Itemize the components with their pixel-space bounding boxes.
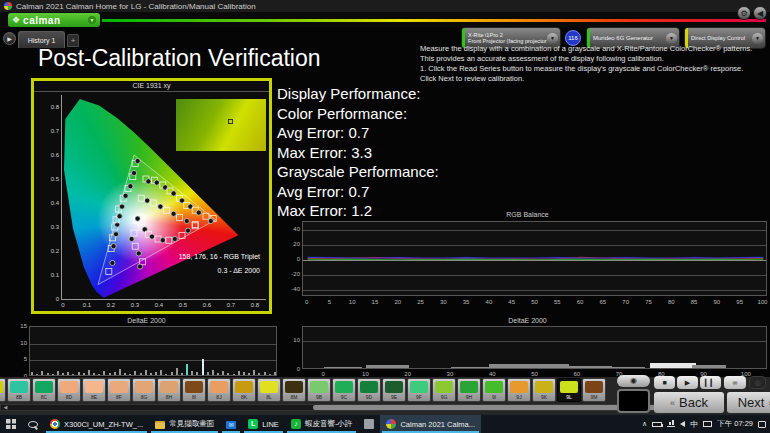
patch-swatch-8H[interactable]: 8H bbox=[157, 378, 181, 402]
deltae-bar bbox=[67, 372, 69, 375]
deltae-bar bbox=[155, 372, 157, 375]
patch-color-chip bbox=[60, 381, 78, 393]
patch-color-chip bbox=[35, 381, 53, 393]
music-icon: ♪ bbox=[291, 419, 301, 429]
patch-color-chip bbox=[85, 381, 103, 393]
calman-logo-menu[interactable]: ❖ calman ▼ bbox=[8, 13, 100, 27]
read-series-play-button[interactable]: ▶ bbox=[677, 376, 698, 389]
taskbar-item-line[interactable]: LLINE bbox=[242, 415, 285, 433]
taskbar-item-search[interactable] bbox=[22, 415, 44, 433]
touch-keyboard-icon[interactable] bbox=[703, 421, 712, 427]
patch-color-chip bbox=[185, 381, 203, 393]
deltae-bar bbox=[124, 373, 126, 375]
patch-swatch-9E[interactable]: 9E bbox=[382, 378, 406, 402]
measured-point bbox=[111, 244, 116, 249]
taskbar-item-calman[interactable]: Calman 2021 Calma... bbox=[380, 415, 481, 433]
history-prev-button[interactable]: ▶ bbox=[3, 32, 16, 45]
patch-swatch-8C[interactable]: 8C bbox=[32, 378, 56, 402]
logo-dropdown-chevron-icon[interactable]: ▼ bbox=[88, 16, 96, 24]
scroll-left-arrow[interactable]: ◀ bbox=[1, 405, 10, 410]
instructions-text: Measure the display with a combination o… bbox=[420, 44, 768, 84]
taskbar-item-start[interactable] bbox=[0, 415, 22, 433]
performance-line: Max Error: 3.3 bbox=[277, 143, 439, 163]
patch-swatch-8K[interactable]: 8K bbox=[232, 378, 256, 402]
taskbar-item-label: 蝦皮音響-小許 bbox=[305, 419, 353, 429]
back-button[interactable]: « Back bbox=[654, 392, 724, 413]
deltae-gridline bbox=[303, 341, 766, 342]
cie-x-tick: 0 bbox=[57, 302, 69, 308]
measured-point bbox=[136, 251, 141, 256]
patch-swatch-9D[interactable]: 9D bbox=[357, 378, 381, 402]
patch-color-chip bbox=[535, 381, 553, 393]
taskbar-item-label: X300Ci_UM_ZH-TW_... bbox=[64, 420, 143, 429]
taskbar-item-folder[interactable]: 常見擷取畫面 bbox=[149, 415, 220, 433]
cie-plot-area: 158, 176, 16 - RGB Triplet 0.3 - ΔE 2000… bbox=[61, 95, 266, 300]
tray-expand-chevron-icon[interactable]: ∧ bbox=[642, 420, 647, 428]
rgb-x-tick: 70 bbox=[622, 299, 629, 305]
pause-button[interactable]: ▎▎ bbox=[700, 376, 721, 389]
folder-icon bbox=[155, 421, 165, 429]
deltae-bar bbox=[243, 372, 245, 375]
ime-indicator[interactable]: 中 bbox=[690, 419, 698, 430]
patch-swatch-label bbox=[0, 393, 5, 401]
line-icon: L bbox=[248, 419, 258, 429]
clock[interactable]: 下午 07:29 bbox=[717, 419, 753, 429]
eye-preview-button[interactable]: ◉ bbox=[617, 375, 650, 387]
patch-swatch-9M[interactable]: 9M bbox=[582, 378, 606, 402]
stop-button[interactable]: ■ bbox=[654, 376, 675, 389]
performance-summary: Display Performance:Color Performance:Av… bbox=[277, 84, 439, 221]
patch-swatch-8E[interactable]: 8E bbox=[82, 378, 106, 402]
battery-icon[interactable] bbox=[652, 422, 662, 427]
network-icon[interactable] bbox=[667, 421, 675, 427]
deltae-bar bbox=[150, 373, 152, 375]
patch-swatch-9J[interactable]: 9J bbox=[507, 378, 531, 402]
patch-swatch-9I[interactable]: 9I bbox=[482, 378, 506, 402]
notification-center-icon[interactable] bbox=[758, 421, 766, 428]
continuous-read-button[interactable]: ∞ bbox=[724, 376, 746, 389]
measured-point bbox=[131, 170, 136, 175]
taskbar-item-music[interactable]: ♪蝦皮音響-小許 bbox=[285, 415, 359, 433]
patch-color-chip bbox=[360, 381, 378, 393]
patch-color-chip bbox=[10, 381, 28, 393]
cie-y-tick: 0.2 bbox=[47, 248, 59, 254]
patch-swatch-label: 8H bbox=[158, 393, 180, 401]
patch-swatch-8G[interactable]: 8G bbox=[132, 378, 156, 402]
patch-swatch-8B[interactable]: 8B bbox=[7, 378, 31, 402]
rgb-x-tick: 10 bbox=[349, 299, 356, 305]
taskbar-item-chrome[interactable]: X300Ci_UM_ZH-TW_... bbox=[44, 415, 149, 433]
patch-swatch-9F[interactable]: 9F bbox=[407, 378, 431, 402]
patch-swatch-edge[interactable] bbox=[0, 378, 6, 402]
settings-gear-button[interactable]: ⚙ bbox=[737, 6, 751, 20]
deltae-bar bbox=[52, 374, 54, 375]
speaker-icon[interactable] bbox=[680, 421, 685, 427]
patch-swatch-label: 9G bbox=[433, 393, 455, 401]
taskbar-items: X300Ci_UM_ZH-TW_...常見擷取畫面✉LLINE♪蝦皮音響-小許C… bbox=[0, 415, 481, 433]
chevron-left-icon: « bbox=[670, 398, 675, 408]
patch-swatch-8M[interactable]: 8M bbox=[282, 378, 306, 402]
swatch-scrollbar[interactable]: ◀ ▶ bbox=[0, 404, 682, 411]
performance-line: Avg Error: 0.7 bbox=[277, 182, 439, 202]
patch-swatch-9L[interactable]: 9L bbox=[557, 378, 581, 402]
patch-swatch-8L[interactable]: 8L bbox=[257, 378, 281, 402]
patch-swatch-9H[interactable]: 9H bbox=[457, 378, 481, 402]
patch-color-chip bbox=[560, 381, 578, 393]
taskbar-item-mail[interactable]: ✉ bbox=[220, 415, 242, 433]
patch-swatch-8I[interactable]: 8I bbox=[182, 378, 206, 402]
mail-icon: ✉ bbox=[226, 421, 236, 429]
patch-swatch-8J[interactable]: 8J bbox=[207, 378, 231, 402]
patch-swatch-8F[interactable]: 8F bbox=[107, 378, 131, 402]
deltae-bar bbox=[238, 371, 240, 375]
collapse-panel-button[interactable]: ◀ bbox=[753, 6, 767, 20]
patch-swatch-9C[interactable]: 9C bbox=[332, 378, 356, 402]
deltae-colorchecker-chart: DeltaE 2000 1000102030405060708090100 bbox=[286, 317, 769, 376]
patch-swatch-9K[interactable]: 9K bbox=[532, 378, 556, 402]
next-button[interactable]: Next » bbox=[727, 392, 770, 413]
cie-x-tick: 0.8 bbox=[249, 302, 261, 308]
patch-swatch-8D[interactable]: 8D bbox=[57, 378, 81, 402]
deltae-bar bbox=[692, 365, 726, 368]
patch-swatch-9B[interactable]: 9B bbox=[307, 378, 331, 402]
taskbar-item-widget[interactable] bbox=[358, 415, 380, 433]
patch-swatch-9G[interactable]: 9G bbox=[432, 378, 456, 402]
deltae-bar bbox=[109, 373, 111, 375]
rgb-gridline bbox=[303, 275, 766, 276]
